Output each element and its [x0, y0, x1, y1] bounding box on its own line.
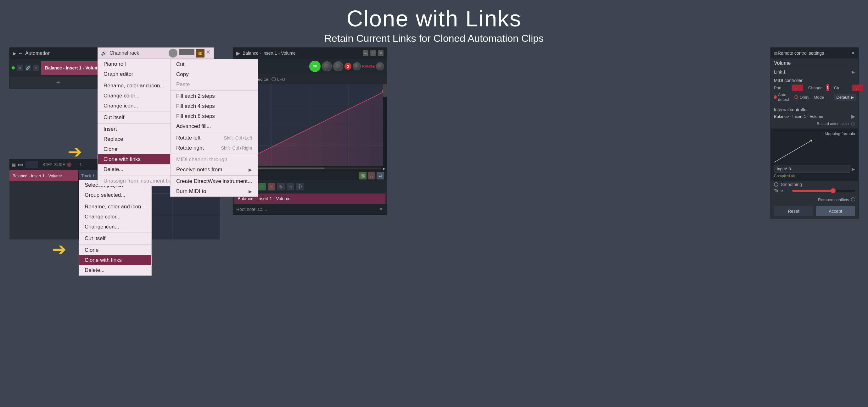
submenu-rotate-left[interactable]: Rotate left Shift+Ctrl+Left	[170, 133, 258, 143]
remove-conflicts-row: Remove conflicts ⓘ	[771, 196, 858, 204]
remove-link-btn[interactable]: ✕	[268, 183, 275, 191]
rcs-omni-radio[interactable]: Omni	[795, 95, 809, 100]
rcs-link-label: Link 1	[774, 69, 785, 74]
smoothing-label: Smoothing	[781, 182, 802, 187]
time-slider-fill	[792, 190, 833, 192]
pl-menu-clone[interactable]: Clone	[79, 245, 151, 255]
pl-menu-clone-links[interactable]: Clone with links	[79, 255, 151, 265]
playlist-pen-btn[interactable]	[26, 161, 38, 168]
accept-button[interactable]: Accept	[816, 206, 855, 216]
remote-control-panel: ▦ Remote control settings ✕ Volume Link …	[771, 47, 859, 219]
close-button[interactable]: ✕	[378, 50, 383, 56]
rcs-internal-arrow[interactable]: ▶	[851, 113, 855, 120]
link-icon[interactable]: 🔗	[25, 65, 31, 71]
playlist-color-dot	[67, 163, 71, 167]
scrollbar-thumb-v[interactable]	[383, 84, 386, 97]
formula-value: Input*.8	[777, 167, 791, 171]
rcs-volume-section: Volume	[771, 59, 858, 68]
time-slider-track[interactable]	[792, 190, 855, 192]
pl-menu-icon[interactable]: Change icon...	[79, 222, 151, 232]
add-button[interactable]: +	[56, 78, 60, 87]
rcs-smoothing-section: Smoothing Time	[771, 181, 858, 196]
rcs-midi-section: MIDI controller Port ... Channel 1 Ctrl …	[771, 76, 858, 105]
rcs-formula-area: Mapping formula Input*.8 ▶ Compiled ok.	[771, 129, 858, 181]
submenu-copy[interactable]: Copy	[170, 69, 258, 79]
chain-icon[interactable]: ⛓	[359, 172, 367, 179]
minimize-button[interactable]: —	[363, 50, 368, 56]
canvas-scrollbar-v[interactable]	[383, 84, 386, 166]
submenu-paste[interactable]: Paste	[170, 79, 258, 90]
time-knob[interactable]	[353, 62, 361, 70]
link-edit-icon[interactable]: ✎	[277, 183, 285, 191]
automation-title: Automation	[25, 50, 51, 56]
rcs-channel-value[interactable]: 1	[827, 84, 829, 91]
root-note-arrow[interactable]: ▼	[378, 206, 383, 212]
submenu-fill2[interactable]: Fill each 2 steps	[170, 91, 258, 101]
rack-btn2[interactable]: ▦	[196, 49, 205, 58]
automation-panel: ▶ ↩ Automation ⚙ 🔗 ↖ Balance - Insert 1 …	[9, 47, 107, 89]
max-knob[interactable]	[333, 61, 343, 71]
settings-icon[interactable]: ⚙	[17, 65, 23, 71]
channel-rack-submenu: Cut Copy Paste Fill each 2 steps Fill ea…	[170, 59, 258, 197]
time-slider-thumb[interactable]	[831, 188, 836, 193]
mode-value: Default	[836, 95, 849, 100]
rack-btn1[interactable]	[168, 49, 178, 58]
pl-menu-cut-itself[interactable]: Cut itself	[79, 234, 151, 244]
rcs-mode-dropdown[interactable]: Default ▶	[834, 94, 856, 101]
pl-menu-delete[interactable]: Delete...	[79, 265, 151, 275]
pl-menu-color[interactable]: Change color...	[79, 212, 151, 222]
rcs-close-icon[interactable]: ✕	[851, 50, 855, 56]
reset-button[interactable]: Reset	[774, 206, 813, 216]
submenu-cut[interactable]: Cut	[170, 59, 258, 69]
submenu-rotate-right[interactable]: Rotate right Shift+Ctrl+Right	[170, 143, 258, 153]
submenu-fill4[interactable]: Fill each 4 steps	[170, 101, 258, 111]
submenu-advanced-fill[interactable]: Advanced fill...	[170, 121, 258, 131]
rcs-auto-detect-radio[interactable]: Auto detect	[774, 92, 790, 102]
page-title: Clone with Links	[0, 6, 868, 31]
dropdown-arrow-icon: ▶	[851, 95, 854, 100]
scroll-right-icon[interactable]: ▶	[383, 167, 385, 170]
on-button[interactable]: ON	[309, 61, 320, 72]
track1-label: Track 1	[81, 173, 95, 178]
min-knob[interactable]	[322, 61, 332, 71]
cursor-icon[interactable]: ↖	[33, 65, 39, 71]
rcs-internal-row: Balance - Insert 1 - Volume ▶	[774, 113, 855, 120]
rack-close-icon[interactable]: ✕	[206, 49, 211, 58]
unlink-icon[interactable]: 🎧	[368, 172, 375, 179]
smoothing-radio[interactable]	[774, 182, 778, 187]
link-target-icon[interactable]: ⇄	[377, 172, 384, 179]
rcs-link-arrow[interactable]: ▶	[851, 69, 855, 74]
pl-menu-rename[interactable]: Rename, color and icon...	[79, 202, 151, 212]
auto-editor-play-icon[interactable]: ▶	[236, 50, 240, 56]
submenu-receive-notes[interactable]: Receive notes from ▶	[170, 165, 258, 175]
auto-add-row: +	[10, 77, 107, 89]
svg-point-5	[810, 140, 812, 141]
arrow-indicator-2: ➔	[52, 239, 66, 259]
pl-menu-group[interactable]: Group selected...	[79, 190, 151, 200]
rcs-radio-row: Auto detect Omni Mode Default ▶	[774, 92, 855, 102]
rcs-mode-label: Mode	[813, 95, 829, 100]
lfo-toggle[interactable]: LFO	[272, 77, 285, 82]
submenu-midi-through[interactable]: MIDI channel through	[170, 155, 258, 165]
maximize-button[interactable]: □	[370, 50, 376, 56]
formula-arrow-icon[interactable]: ▶	[851, 167, 855, 172]
channel-rack-context-menu: Piano roll Graph editor Rename, color an…	[97, 59, 214, 186]
track-label[interactable]: Balance - Insert 1 - Volume	[9, 170, 78, 181]
add-link-btn[interactable]: +	[258, 183, 266, 191]
track-label-area: Balance - Insert 1 - Volume Select in pl…	[9, 170, 79, 239]
undo-icon[interactable]: ↩	[19, 51, 23, 56]
rcs-port-input[interactable]: ...	[792, 84, 803, 91]
link-info-icon[interactable]: ⓘ	[296, 183, 304, 191]
scrollbar-track-h[interactable]	[238, 168, 382, 169]
formula-input[interactable]: Input*.8	[774, 165, 850, 173]
playlist-context-menu: Select in playlist Group selected... Ren…	[79, 180, 152, 276]
submenu-create-dw[interactable]: Create DirectWave instrument...	[170, 176, 258, 186]
submenu-fill8[interactable]: Fill each 8 steps	[170, 111, 258, 121]
range-knob[interactable]	[376, 62, 384, 70]
play-icon[interactable]: ▶	[13, 51, 17, 56]
auto-track-label: Balance - Insert 1 - Volume	[45, 65, 101, 70]
link-arrow-icon[interactable]: ↪	[287, 183, 294, 191]
submenu-burn-midi[interactable]: Burn MIDI to ▶	[170, 186, 258, 196]
rcs-ctrl-input[interactable]: ...	[852, 84, 863, 91]
omni-label: Omni	[799, 95, 809, 100]
